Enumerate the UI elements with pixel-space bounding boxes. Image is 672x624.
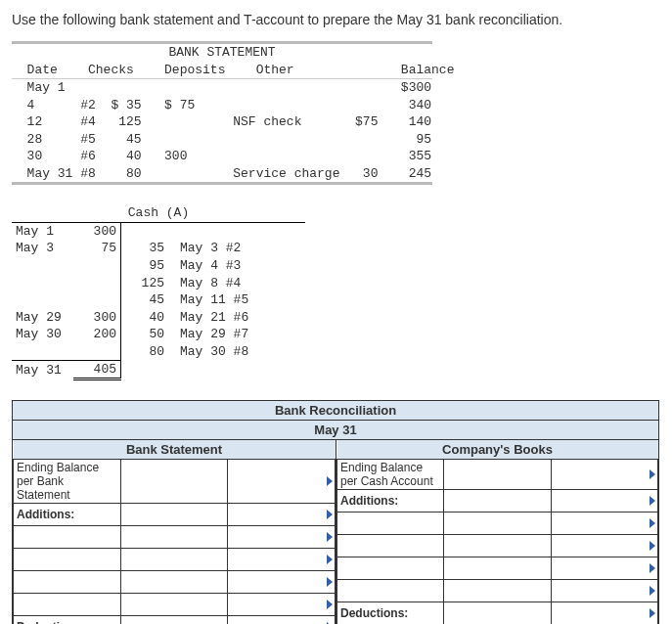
- chevron-right-icon: [650, 496, 655, 506]
- books-add-row-3-dropdown[interactable]: [551, 557, 657, 580]
- bank-add-row-4-dropdown[interactable]: [228, 594, 336, 616]
- deductions-books-label: Deductions:: [337, 602, 444, 624]
- books-add-row-2-label[interactable]: [337, 535, 444, 557]
- additions-bank-dropdown[interactable]: [228, 504, 336, 526]
- books-add-row-4-amount[interactable]: [444, 580, 551, 602]
- bank-add-row-2-amount[interactable]: [120, 549, 228, 571]
- bank-add-row-3-label[interactable]: [14, 571, 121, 594]
- chevron-right-icon: [327, 577, 333, 587]
- additions-books-label: Additions:: [337, 490, 444, 513]
- deductions-bank-dropdown[interactable]: [228, 616, 336, 624]
- bank-add-row-3-dropdown[interactable]: [228, 571, 336, 594]
- bank-add-row-1-amount[interactable]: [120, 526, 228, 549]
- ending-balance-books-amount[interactable]: [444, 460, 551, 490]
- t-account-title: Cash (A): [12, 204, 305, 223]
- bank-add-row-3-amount[interactable]: [120, 571, 228, 594]
- ending-balance-bank-dropdown[interactable]: [228, 460, 336, 504]
- books-add-row-4-label[interactable]: [337, 580, 444, 602]
- books-add-row-3-amount[interactable]: [444, 557, 551, 580]
- books-add-row-4-dropdown[interactable]: [551, 580, 657, 602]
- deductions-bank-label: Deductions:: [14, 616, 121, 624]
- additions-books-amount[interactable]: [444, 490, 551, 513]
- books-add-row-3-label[interactable]: [337, 557, 444, 580]
- chevron-right-icon: [327, 555, 333, 564]
- recon-date: May 31: [13, 421, 658, 440]
- books-add-row-1-dropdown[interactable]: [551, 513, 657, 535]
- chevron-right-icon: [650, 608, 655, 618]
- bank-add-row-2-dropdown[interactable]: [228, 549, 336, 571]
- ending-balance-bank-amount[interactable]: [120, 460, 228, 504]
- chevron-right-icon: [650, 586, 655, 596]
- recon-bank-column: Bank Statement Ending Balance per Bank S…: [13, 440, 336, 624]
- additions-bank-label: Additions:: [14, 504, 121, 526]
- books-add-row-2-amount[interactable]: [444, 535, 551, 557]
- books-add-row-1-amount[interactable]: [444, 513, 551, 535]
- books-add-row-2-dropdown[interactable]: [551, 535, 657, 557]
- chevron-right-icon: [327, 600, 333, 609]
- books-add-row-1-label[interactable]: [337, 513, 444, 535]
- bank-add-row-4-label[interactable]: [14, 594, 121, 616]
- chevron-right-icon: [650, 541, 655, 551]
- recon-title: Bank Reconciliation: [13, 401, 658, 421]
- ending-balance-bank-label[interactable]: Ending Balance per Bank Statement: [14, 460, 121, 504]
- chevron-right-icon: [650, 563, 655, 573]
- bank-add-row-1-dropdown[interactable]: [228, 526, 336, 549]
- bank-add-row-4-amount[interactable]: [120, 594, 228, 616]
- chevron-right-icon: [650, 518, 655, 528]
- deductions-books-amount[interactable]: [444, 602, 551, 624]
- chevron-right-icon: [327, 532, 333, 542]
- cash-t-account: Cash (A) May 1300May 37535May 3 #295May …: [12, 204, 305, 380]
- bank-statement-table: BANK STATEMENT Date Checks Deposits Othe…: [12, 41, 432, 185]
- chevron-right-icon: [327, 510, 333, 519]
- ending-balance-books-label[interactable]: Ending Balance per Cash Account: [337, 460, 444, 490]
- bank-add-row-2-label[interactable]: [14, 549, 121, 571]
- bank-reconciliation-worksheet: Bank Reconciliation May 31 Bank Statemen…: [12, 400, 659, 624]
- additions-books-dropdown[interactable]: [551, 490, 657, 513]
- ending-balance-books-dropdown[interactable]: [551, 460, 657, 490]
- recon-bank-header: Bank Statement: [14, 440, 336, 460]
- bank-add-row-1-label[interactable]: [14, 526, 121, 549]
- recon-books-column: Company's Books Ending Balance per Cash …: [336, 440, 658, 624]
- question-prompt: Use the following bank statement and T-a…: [12, 12, 660, 27]
- deductions-books-dropdown[interactable]: [551, 602, 657, 624]
- additions-bank-amount[interactable]: [120, 504, 228, 526]
- recon-books-header: Company's Books: [337, 440, 658, 460]
- chevron-right-icon: [327, 476, 333, 486]
- chevron-right-icon: [650, 469, 655, 479]
- deductions-bank-amount[interactable]: [120, 616, 228, 624]
